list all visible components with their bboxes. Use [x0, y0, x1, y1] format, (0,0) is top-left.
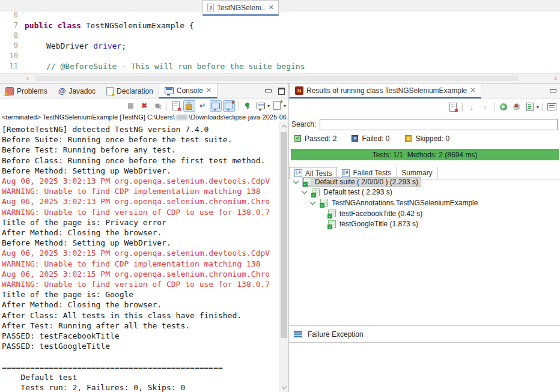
console-vertical-scrollbar[interactable] [279, 122, 288, 392]
search-row: Search: [289, 118, 560, 131]
code-line: 9WebDriver driver; [0, 41, 560, 51]
test-node-icon [320, 199, 328, 207]
remove-launch-icon[interactable] [138, 100, 150, 112]
tab-testng-results[interactable]: Results of running class TestNGSeleniumE… [289, 83, 481, 98]
maximize-icon[interactable] [278, 88, 285, 95]
console-line: [RemoteTestNG] detected TestNG version 7… [2, 124, 279, 134]
pin-console-icon[interactable] [242, 100, 254, 112]
results-toolbar [289, 99, 560, 115]
open-console-icon[interactable] [271, 100, 283, 112]
console-icon [165, 87, 174, 94]
console-line: Title of the page is: Google [2, 289, 279, 300]
tree-item-label: TestNGAnnotations.TestNGSeleniumExample [332, 199, 478, 207]
console-line: After Method: Closing the browser. [2, 228, 279, 238]
tree-item-label: Default test ( 2.293 s) [323, 188, 392, 196]
console-line: Aug 06, 2025 3:02:15 PM org.openqa.selen… [2, 248, 279, 258]
rerun-tests-icon[interactable] [498, 101, 510, 113]
skipped-label: Skipped: 0 [415, 134, 449, 143]
minimize-icon[interactable] [265, 89, 272, 92]
display-selected-console-icon[interactable] [255, 100, 267, 112]
scroll-lock-icon[interactable] [183, 100, 195, 112]
tab-problems[interactable]: Problems [0, 83, 53, 98]
remove-all-terminated-icon[interactable] [151, 100, 163, 112]
console-line: Before Method: Setting up WebDriver. [2, 238, 279, 248]
clear-console-icon[interactable] [170, 100, 182, 112]
tab-label: Declaration [117, 87, 153, 95]
failed-icon [352, 135, 358, 142]
scroll-up-icon[interactable] [282, 125, 287, 130]
console-toolbar [0, 99, 288, 112]
console-line: Aug 06, 2025 3:02:13 PM org.openqa.selen… [2, 196, 279, 207]
line-number: 11 [0, 61, 25, 71]
console-line: Title of the page is: Privacy error [2, 217, 279, 228]
tree-item[interactable]: testGoogleTitle (1.873 s) [289, 219, 560, 229]
tab-javadoc[interactable]: Javadoc [53, 83, 101, 98]
console-line: PASSED: testGoogleTitle [2, 341, 279, 351]
show-as-list-icon[interactable] [524, 101, 536, 113]
console-line: After Method: Closing the browser. [2, 300, 279, 310]
line-number: 9 [0, 41, 25, 51]
console-line: WARNING: Unable to find version of CDP t… [2, 207, 279, 217]
test-results-tree: Default suite ( 2/0/0/0 ) (2.293 s)Defau… [289, 176, 560, 229]
vertical-scrollbar-thumb[interactable] [281, 132, 287, 338]
tree-item-label: Default suite ( 2/0/0/0 ) (2.293 s) [315, 178, 418, 186]
code-line: 10 [0, 51, 560, 61]
rerun-failed-tests-icon[interactable] [511, 101, 523, 113]
failure-section-label: Failure Exception [308, 330, 364, 339]
tree-item[interactable]: TestNGAnnotations.TestNGSeleniumExample [289, 198, 560, 208]
show-on-stderr-icon[interactable] [223, 100, 235, 112]
terminate-icon[interactable] [125, 100, 137, 112]
test-node-icon [328, 220, 336, 228]
console-line: Before Suite: Running once before the te… [2, 134, 279, 145]
chevron-down-icon[interactable] [310, 199, 316, 205]
close-icon[interactable] [269, 4, 274, 11]
chevron-down-icon[interactable] [537, 104, 539, 110]
tab-label: Javadoc [68, 87, 96, 95]
testng-results-view: Results of running class TestNGSeleniumE… [289, 83, 560, 392]
show-on-stdout-icon[interactable] [210, 100, 222, 112]
console-output[interactable]: [RemoteTestNG] detected TestNG version 7… [0, 122, 279, 392]
console-view: Problems Javadoc Declaration Console [0, 83, 289, 392]
testng-icon [295, 86, 303, 95]
chevron-down-icon[interactable] [284, 103, 286, 109]
editor-tab-testngseleniumexample[interactable]: TestNGSeleni... [202, 0, 279, 16]
scroll-right-icon[interactable] [555, 74, 557, 82]
clear-results-icon[interactable] [447, 101, 459, 113]
chevron-down-icon[interactable] [267, 103, 270, 109]
tab-console[interactable]: Console [159, 83, 218, 98]
console-line: ========================================… [2, 362, 279, 372]
chevron-down-icon[interactable] [302, 188, 308, 194]
passed-icon [294, 135, 301, 142]
word-wrap-icon[interactable] [196, 100, 208, 112]
problems-icon [5, 87, 14, 95]
search-label: Search: [291, 120, 316, 128]
chevron-down-icon[interactable] [293, 178, 299, 184]
view-menu-icon[interactable] [546, 101, 558, 113]
failure-trace-icon [294, 331, 302, 337]
horizontal-scrollbar-thumb[interactable] [35, 76, 518, 81]
tree-item[interactable]: Default test ( 2.293 s) [289, 187, 560, 198]
tree-item[interactable]: Default suite ( 2/0/0/0 ) (2.293 s) [289, 176, 560, 187]
previous-failure-icon[interactable] [479, 101, 491, 113]
progress-label: Tests: 1/1 Methods: 2 (8694 ms) [373, 151, 478, 159]
search-input[interactable] [320, 119, 558, 130]
next-failure-icon[interactable] [466, 101, 478, 113]
eclipse-workbench: TestNGSeleni... 67public class TestNGSel… [0, 0, 560, 392]
line-number: 8 [0, 31, 25, 41]
tab-declaration[interactable]: Declaration [101, 83, 159, 98]
minimize-icon[interactable] [550, 89, 556, 92]
line-number: 7 [0, 20, 25, 31]
code-editor[interactable]: 67public class TestNGSeleniumExample {89… [0, 11, 560, 73]
close-icon[interactable] [206, 87, 212, 94]
test-counts-row: Passed: 2 Failed: 0 Skipped: 0 [289, 134, 560, 143]
editor-horizontal-scrollbar[interactable] [0, 73, 560, 83]
tab-label: Problems [17, 87, 47, 95]
tree-item[interactable]: testFacebookTitle (0.42 s) [289, 208, 560, 219]
failure-exception-section[interactable]: Failure Exception [289, 325, 560, 343]
scroll-left-icon[interactable] [26, 74, 29, 82]
failed-label: Failed: 0 [362, 134, 389, 143]
test-node-icon [303, 178, 311, 185]
scroll-down-icon[interactable] [282, 384, 287, 389]
code-line: 11// @BeforeSuite - This will run before… [0, 61, 560, 71]
close-icon[interactable] [470, 87, 475, 94]
